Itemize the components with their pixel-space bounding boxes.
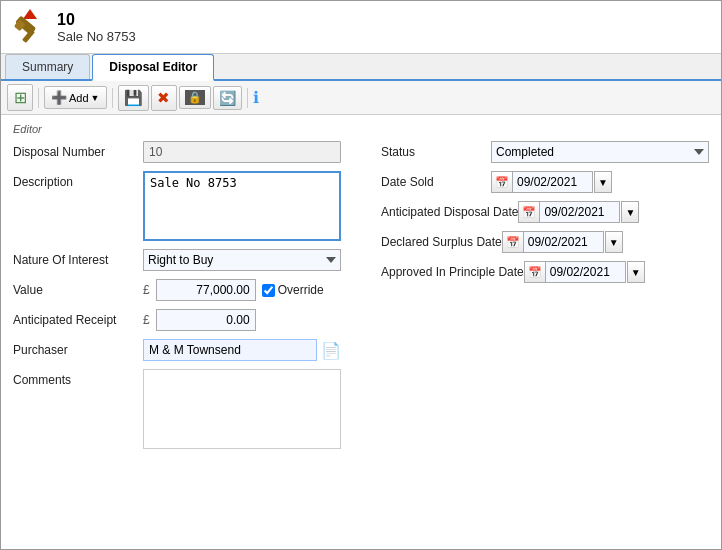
tabs-bar: Summary Disposal Editor bbox=[1, 54, 721, 81]
declared-surplus-input-row: 📅 ▼ bbox=[502, 231, 623, 253]
content-area: Editor Disposal Number Description Sale … bbox=[1, 115, 721, 549]
anticipated-receipt-input[interactable] bbox=[156, 309, 256, 331]
declared-surplus-input[interactable] bbox=[524, 231, 604, 253]
disposal-number-input[interactable] bbox=[143, 141, 341, 163]
toolbar: ⊞ ➕ Add ▼ 💾 ✖ 🔒 🔄 ℹ bbox=[1, 81, 721, 115]
refresh-icon: 🔄 bbox=[219, 90, 236, 106]
comments-label: Comments bbox=[13, 369, 143, 387]
value-currency: £ bbox=[143, 283, 150, 297]
right-column: Status Completed In Progress Pending Can… bbox=[361, 141, 709, 539]
save-icon: 💾 bbox=[124, 89, 143, 107]
anticipated-disposal-dropdown[interactable]: ▼ bbox=[621, 201, 639, 223]
date-sold-input-row: 📅 ▼ bbox=[491, 171, 612, 193]
purchaser-input-row: 📄 bbox=[143, 339, 341, 361]
approved-principle-input-row: 📅 ▼ bbox=[524, 261, 645, 283]
approved-principle-row: Approved In Principle Date 📅 ▼ bbox=[381, 261, 709, 283]
status-row: Status Completed In Progress Pending Can… bbox=[381, 141, 709, 163]
svg-marker-0 bbox=[23, 9, 37, 19]
anticipated-receipt-label: Anticipated Receipt bbox=[13, 309, 143, 327]
nature-of-interest-select[interactable]: Right to Buy Freehold Leasehold Other bbox=[143, 249, 341, 271]
description-label: Description bbox=[13, 171, 143, 189]
date-sold-row: Date Sold 📅 ▼ bbox=[381, 171, 709, 193]
toolbar-separator-2 bbox=[112, 88, 113, 108]
declared-surplus-cal-icon[interactable]: 📅 bbox=[502, 231, 524, 253]
tab-disposal-editor[interactable]: Disposal Editor bbox=[92, 54, 214, 81]
main-window: 10 Sale No 8753 Summary Disposal Editor … bbox=[0, 0, 722, 550]
title-number: 10 bbox=[57, 11, 136, 29]
comments-textarea[interactable] bbox=[143, 369, 341, 449]
title-bar: 10 Sale No 8753 bbox=[1, 1, 721, 54]
status-label: Status bbox=[381, 141, 491, 159]
status-select[interactable]: Completed In Progress Pending Cancelled bbox=[491, 141, 709, 163]
left-column: Disposal Number Description Sale No 8753… bbox=[13, 141, 361, 539]
purchaser-input[interactable] bbox=[143, 339, 317, 361]
description-row: Description Sale No 8753 bbox=[13, 171, 341, 241]
value-label: Value bbox=[13, 279, 143, 297]
form-grid: Disposal Number Description Sale No 8753… bbox=[13, 141, 709, 539]
lock-icon: 🔒 bbox=[185, 90, 205, 105]
tab-summary[interactable]: Summary bbox=[5, 54, 90, 79]
title-text: 10 Sale No 8753 bbox=[57, 11, 136, 44]
toolbar-refresh-button[interactable]: 🔄 bbox=[213, 86, 242, 110]
section-label: Editor bbox=[13, 123, 709, 135]
date-sold-label: Date Sold bbox=[381, 171, 491, 189]
toolbar-cancel-button[interactable]: ✖ bbox=[151, 85, 177, 111]
info-icon[interactable]: ℹ bbox=[253, 88, 259, 107]
anticipated-disposal-input-row: 📅 ▼ bbox=[518, 201, 639, 223]
value-input-row: £ Override bbox=[143, 279, 324, 301]
title-subtitle: Sale No 8753 bbox=[57, 29, 136, 44]
add-dropdown-arrow: ▼ bbox=[91, 93, 100, 103]
purchaser-browse-button[interactable]: 📄 bbox=[321, 341, 341, 360]
nature-of-interest-label: Nature Of Interest bbox=[13, 249, 143, 267]
anticipated-receipt-input-row: £ bbox=[143, 309, 256, 331]
browse-icon: 📄 bbox=[321, 342, 341, 359]
value-input[interactable] bbox=[156, 279, 256, 301]
anticipated-disposal-input[interactable] bbox=[540, 201, 620, 223]
title-icon bbox=[9, 7, 49, 47]
comments-wrap bbox=[143, 369, 341, 452]
anticipated-disposal-cal-icon[interactable]: 📅 bbox=[518, 201, 540, 223]
approved-principle-label: Approved In Principle Date bbox=[381, 261, 524, 279]
anticipated-disposal-row: Anticipated Disposal Date 📅 ▼ bbox=[381, 201, 709, 223]
cancel-icon: ✖ bbox=[157, 89, 170, 107]
approved-principle-cal-icon[interactable]: 📅 bbox=[524, 261, 546, 283]
gavel-icon bbox=[10, 7, 48, 45]
disposal-number-label: Disposal Number bbox=[13, 141, 143, 159]
disposal-number-row: Disposal Number bbox=[13, 141, 341, 163]
nature-of-interest-row: Nature Of Interest Right to Buy Freehold… bbox=[13, 249, 341, 271]
declared-surplus-dropdown[interactable]: ▼ bbox=[605, 231, 623, 253]
toolbar-save-button[interactable]: 💾 bbox=[118, 85, 149, 111]
new-icon: ⊞ bbox=[14, 88, 27, 107]
anticipated-disposal-label: Anticipated Disposal Date bbox=[381, 201, 518, 219]
add-icon: ➕ bbox=[51, 90, 67, 105]
override-checkbox[interactable] bbox=[262, 284, 275, 297]
value-row: Value £ Override bbox=[13, 279, 341, 301]
comments-row: Comments bbox=[13, 369, 341, 452]
toolbar-lock-button[interactable]: 🔒 bbox=[179, 86, 211, 109]
approved-principle-input[interactable] bbox=[546, 261, 626, 283]
declared-surplus-row: Declared Surplus Date 📅 ▼ bbox=[381, 231, 709, 253]
date-sold-dropdown[interactable]: ▼ bbox=[594, 171, 612, 193]
anticipated-receipt-currency: £ bbox=[143, 313, 150, 327]
toolbar-separator-1 bbox=[38, 88, 39, 108]
date-sold-input[interactable] bbox=[513, 171, 593, 193]
toolbar-separator-3 bbox=[247, 88, 248, 108]
declared-surplus-label: Declared Surplus Date bbox=[381, 231, 502, 249]
description-textarea[interactable]: Sale No 8753 bbox=[143, 171, 341, 241]
toolbar-new-button[interactable]: ⊞ bbox=[7, 84, 33, 111]
purchaser-label: Purchaser bbox=[13, 339, 143, 357]
date-sold-cal-icon[interactable]: 📅 bbox=[491, 171, 513, 193]
approved-principle-dropdown[interactable]: ▼ bbox=[627, 261, 645, 283]
purchaser-row: Purchaser 📄 bbox=[13, 339, 341, 361]
anticipated-receipt-row: Anticipated Receipt £ bbox=[13, 309, 341, 331]
override-label: Override bbox=[262, 283, 324, 297]
toolbar-add-button[interactable]: ➕ Add ▼ bbox=[44, 86, 107, 109]
